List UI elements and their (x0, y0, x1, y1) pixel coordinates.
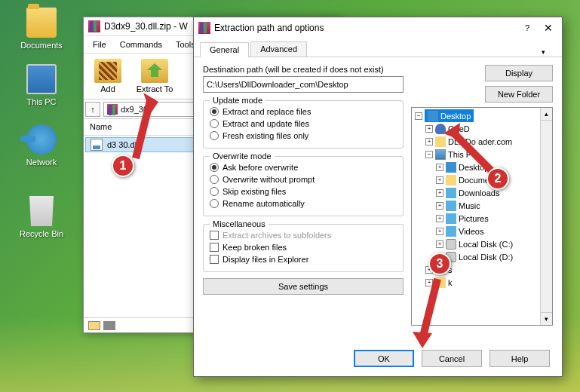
dialog-title: Extraction path and options (214, 23, 518, 33)
tree-expand-icon[interactable]: + (436, 228, 443, 235)
misc-group: Miscellaneous Extract archives to subfol… (203, 224, 404, 272)
tree-expand-icon[interactable]: + (436, 215, 443, 222)
radio-fresh-existing[interactable]: Fresh existing files only (210, 130, 397, 142)
radio-overwrite-noprompt[interactable]: Overwrite without prompt (210, 173, 397, 185)
folder-icon (26, 8, 57, 38)
lock-icon (103, 321, 115, 330)
nav-up-button[interactable]: ↑ (85, 102, 100, 117)
disk-icon (446, 239, 456, 250)
destination-input[interactable] (203, 76, 404, 93)
tree-pictures[interactable]: Pictures (459, 214, 489, 223)
check-subfolders[interactable]: Extract archives to subfolders (210, 229, 397, 241)
desktop-icon-recycle[interactable]: Recycle Bin (15, 196, 68, 238)
tree-collapse-icon[interactable]: − (425, 151, 433, 158)
new-folder-button[interactable]: New Folder (485, 86, 553, 103)
dialog-tabs: General Advanced (194, 38, 562, 57)
winrar-icon (88, 20, 100, 32)
tree-disk-c[interactable]: Local Disk (C:) (459, 240, 513, 249)
radio-extract-update[interactable]: Extract and update files (210, 118, 397, 130)
tree-expand-icon[interactable]: + (436, 202, 443, 210)
up-arrow-icon: ↑ (91, 105, 95, 114)
checkbox-icon (210, 255, 219, 264)
save-settings-button[interactable]: Save settings (203, 278, 404, 295)
menu-file[interactable]: File (87, 38, 112, 51)
desktop-icon-label: Network (15, 158, 68, 167)
tree-videos[interactable]: Videos (459, 227, 483, 236)
radio-rename-auto[interactable]: Rename automatically (210, 198, 397, 210)
tree-disk-d[interactable]: Local Disk (D:) (459, 253, 513, 262)
archive-icon (107, 104, 118, 115)
add-label: Add (100, 84, 115, 93)
pc-icon (26, 64, 57, 94)
radio-icon (210, 131, 219, 140)
desktop-icon-label: This PC (15, 97, 68, 106)
checkbox-icon (210, 231, 219, 240)
extract-icon (141, 59, 168, 83)
radio-ask-before[interactable]: Ask before overwrite (210, 161, 397, 173)
dropdown-icon[interactable]: ▾ (536, 48, 550, 56)
radio-extract-replace[interactable]: Extract and replace files (210, 106, 397, 118)
update-mode-group: Update mode Extract and replace files Ex… (203, 100, 404, 149)
radio-skip-existing[interactable]: Skip existing files (210, 185, 397, 198)
tab-general[interactable]: General (200, 42, 249, 57)
ok-button[interactable]: OK (354, 350, 414, 367)
desktop-icon-network[interactable]: Network (15, 124, 68, 167)
winrar-icon (198, 22, 210, 34)
radio-icon (210, 119, 219, 128)
desktop-icon-documents[interactable]: Documents (15, 8, 68, 50)
dll-file-icon (91, 139, 103, 151)
scrollbar[interactable] (540, 108, 552, 325)
annotation-arrow-3 (411, 271, 456, 354)
misc-legend: Miscellaneous (210, 219, 269, 228)
desktop-icon-label: Documents (15, 41, 68, 50)
add-icon (94, 59, 121, 83)
desktop-icon-thispc[interactable]: This PC (15, 64, 68, 106)
desktop-icon-label: Recycle Bin (15, 229, 68, 238)
status-icon (88, 321, 100, 330)
radio-icon (210, 175, 219, 184)
checkbox-icon (210, 243, 219, 252)
radio-icon (210, 163, 219, 172)
videos-icon (446, 226, 456, 237)
display-button[interactable]: Display (485, 65, 553, 81)
tree-expand-icon[interactable]: + (425, 125, 433, 133)
radio-icon (210, 107, 219, 116)
annotation-badge-1: 1 (112, 155, 134, 177)
radio-icon (210, 199, 219, 208)
overwrite-mode-group: Overwrite mode Ask before overwrite Over… (203, 156, 404, 216)
tree-expand-icon[interactable]: + (425, 138, 433, 145)
annotation-badge-2: 2 (486, 167, 509, 190)
check-display-explorer[interactable]: Display files in Explorer (210, 253, 397, 265)
pictures-icon (446, 213, 456, 224)
desktop-icon (428, 111, 438, 121)
music-icon (446, 201, 456, 211)
extraction-dialog: Extraction path and options ? ✕ General … (193, 17, 563, 377)
menu-commands[interactable]: Commands (114, 38, 168, 51)
radio-icon (210, 187, 219, 196)
recycle-bin-icon (26, 196, 57, 226)
tree-collapse-icon[interactable]: − (415, 112, 422, 120)
close-button[interactable]: ✕ (539, 19, 557, 37)
check-keep-broken[interactable]: Keep broken files (210, 241, 397, 253)
dialog-titlebar[interactable]: Extraction path and options ? ✕ (194, 17, 562, 38)
tree-expand-icon[interactable]: + (436, 240, 443, 248)
network-icon (26, 124, 57, 155)
tree-downloads[interactable]: Downloads (459, 188, 499, 198)
downloads-icon (446, 188, 456, 198)
titlebar-help-button[interactable]: ? (518, 19, 536, 37)
help-button[interactable]: Help (489, 350, 550, 367)
annotation-badge-3: 3 (428, 253, 451, 275)
tab-advanced[interactable]: Advanced (250, 41, 307, 57)
destination-label: Destination path (will be created if doe… (203, 65, 404, 74)
tree-expand-icon[interactable]: + (436, 189, 443, 197)
overwrite-legend: Overwrite mode (210, 152, 275, 161)
update-legend: Update mode (210, 96, 265, 105)
tree-music[interactable]: Music (459, 201, 480, 210)
